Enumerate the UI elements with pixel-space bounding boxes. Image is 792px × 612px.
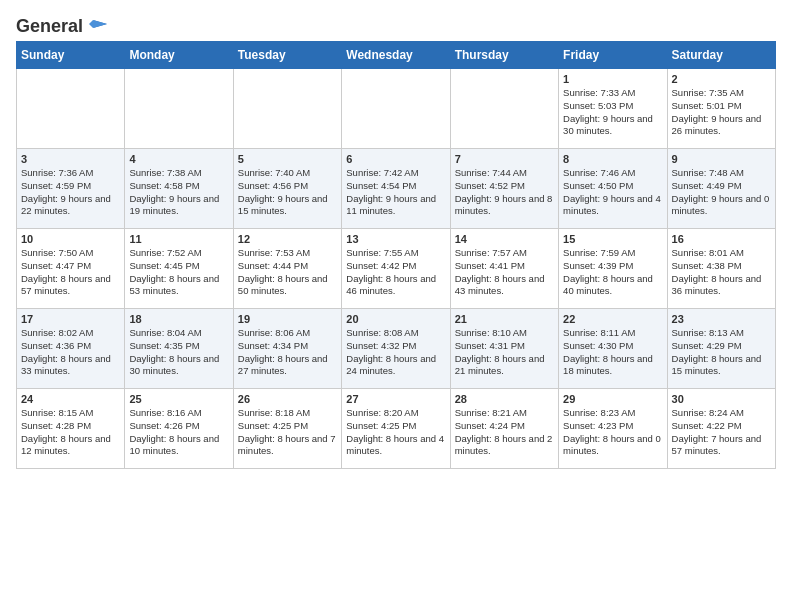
calendar-cell: 12Sunrise: 7:53 AM Sunset: 4:44 PM Dayli… xyxy=(233,229,341,309)
calendar-cell: 19Sunrise: 8:06 AM Sunset: 4:34 PM Dayli… xyxy=(233,309,341,389)
calendar-cell: 23Sunrise: 8:13 AM Sunset: 4:29 PM Dayli… xyxy=(667,309,775,389)
day-number: 27 xyxy=(346,393,445,405)
day-info: Sunrise: 7:40 AM Sunset: 4:56 PM Dayligh… xyxy=(238,167,337,218)
day-number: 28 xyxy=(455,393,554,405)
page-header: General xyxy=(16,16,776,33)
day-info: Sunrise: 8:04 AM Sunset: 4:35 PM Dayligh… xyxy=(129,327,228,378)
calendar-cell: 4Sunrise: 7:38 AM Sunset: 4:58 PM Daylig… xyxy=(125,149,233,229)
day-number: 22 xyxy=(563,313,662,325)
day-info: Sunrise: 8:11 AM Sunset: 4:30 PM Dayligh… xyxy=(563,327,662,378)
calendar-header-tuesday: Tuesday xyxy=(233,42,341,69)
day-number: 6 xyxy=(346,153,445,165)
calendar-cell: 1Sunrise: 7:33 AM Sunset: 5:03 PM Daylig… xyxy=(559,69,667,149)
calendar-week-row: 1Sunrise: 7:33 AM Sunset: 5:03 PM Daylig… xyxy=(17,69,776,149)
calendar-cell: 30Sunrise: 8:24 AM Sunset: 4:22 PM Dayli… xyxy=(667,389,775,469)
day-info: Sunrise: 8:13 AM Sunset: 4:29 PM Dayligh… xyxy=(672,327,771,378)
day-info: Sunrise: 7:57 AM Sunset: 4:41 PM Dayligh… xyxy=(455,247,554,298)
day-number: 26 xyxy=(238,393,337,405)
calendar-header-monday: Monday xyxy=(125,42,233,69)
day-info: Sunrise: 7:35 AM Sunset: 5:01 PM Dayligh… xyxy=(672,87,771,138)
calendar-header-saturday: Saturday xyxy=(667,42,775,69)
day-number: 1 xyxy=(563,73,662,85)
calendar-cell: 24Sunrise: 8:15 AM Sunset: 4:28 PM Dayli… xyxy=(17,389,125,469)
calendar-cell: 2Sunrise: 7:35 AM Sunset: 5:01 PM Daylig… xyxy=(667,69,775,149)
day-number: 21 xyxy=(455,313,554,325)
day-number: 20 xyxy=(346,313,445,325)
calendar-header-friday: Friday xyxy=(559,42,667,69)
calendar-cell: 13Sunrise: 7:55 AM Sunset: 4:42 PM Dayli… xyxy=(342,229,450,309)
day-number: 4 xyxy=(129,153,228,165)
calendar-cell: 16Sunrise: 8:01 AM Sunset: 4:38 PM Dayli… xyxy=(667,229,775,309)
day-info: Sunrise: 8:20 AM Sunset: 4:25 PM Dayligh… xyxy=(346,407,445,458)
logo-bird-icon xyxy=(85,18,107,36)
day-info: Sunrise: 8:01 AM Sunset: 4:38 PM Dayligh… xyxy=(672,247,771,298)
calendar-cell: 3Sunrise: 7:36 AM Sunset: 4:59 PM Daylig… xyxy=(17,149,125,229)
day-info: Sunrise: 8:06 AM Sunset: 4:34 PM Dayligh… xyxy=(238,327,337,378)
calendar-week-row: 24Sunrise: 8:15 AM Sunset: 4:28 PM Dayli… xyxy=(17,389,776,469)
calendar-week-row: 10Sunrise: 7:50 AM Sunset: 4:47 PM Dayli… xyxy=(17,229,776,309)
calendar-cell: 6Sunrise: 7:42 AM Sunset: 4:54 PM Daylig… xyxy=(342,149,450,229)
calendar-cell xyxy=(342,69,450,149)
day-number: 10 xyxy=(21,233,120,245)
calendar-cell: 10Sunrise: 7:50 AM Sunset: 4:47 PM Dayli… xyxy=(17,229,125,309)
day-info: Sunrise: 7:48 AM Sunset: 4:49 PM Dayligh… xyxy=(672,167,771,218)
calendar-cell xyxy=(450,69,558,149)
day-number: 8 xyxy=(563,153,662,165)
calendar-cell: 8Sunrise: 7:46 AM Sunset: 4:50 PM Daylig… xyxy=(559,149,667,229)
day-info: Sunrise: 8:18 AM Sunset: 4:25 PM Dayligh… xyxy=(238,407,337,458)
day-info: Sunrise: 7:44 AM Sunset: 4:52 PM Dayligh… xyxy=(455,167,554,218)
calendar-cell: 14Sunrise: 7:57 AM Sunset: 4:41 PM Dayli… xyxy=(450,229,558,309)
calendar-week-row: 3Sunrise: 7:36 AM Sunset: 4:59 PM Daylig… xyxy=(17,149,776,229)
day-info: Sunrise: 7:36 AM Sunset: 4:59 PM Dayligh… xyxy=(21,167,120,218)
day-info: Sunrise: 7:55 AM Sunset: 4:42 PM Dayligh… xyxy=(346,247,445,298)
calendar-cell: 9Sunrise: 7:48 AM Sunset: 4:49 PM Daylig… xyxy=(667,149,775,229)
day-number: 15 xyxy=(563,233,662,245)
calendar-cell: 11Sunrise: 7:52 AM Sunset: 4:45 PM Dayli… xyxy=(125,229,233,309)
day-number: 9 xyxy=(672,153,771,165)
day-number: 7 xyxy=(455,153,554,165)
day-info: Sunrise: 7:38 AM Sunset: 4:58 PM Dayligh… xyxy=(129,167,228,218)
day-number: 3 xyxy=(21,153,120,165)
calendar-cell: 21Sunrise: 8:10 AM Sunset: 4:31 PM Dayli… xyxy=(450,309,558,389)
calendar-cell: 5Sunrise: 7:40 AM Sunset: 4:56 PM Daylig… xyxy=(233,149,341,229)
calendar-header-thursday: Thursday xyxy=(450,42,558,69)
day-number: 16 xyxy=(672,233,771,245)
calendar-cell xyxy=(233,69,341,149)
day-info: Sunrise: 8:16 AM Sunset: 4:26 PM Dayligh… xyxy=(129,407,228,458)
day-info: Sunrise: 8:08 AM Sunset: 4:32 PM Dayligh… xyxy=(346,327,445,378)
calendar-cell: 7Sunrise: 7:44 AM Sunset: 4:52 PM Daylig… xyxy=(450,149,558,229)
day-info: Sunrise: 7:59 AM Sunset: 4:39 PM Dayligh… xyxy=(563,247,662,298)
day-number: 30 xyxy=(672,393,771,405)
svg-marker-1 xyxy=(89,20,107,28)
day-info: Sunrise: 8:23 AM Sunset: 4:23 PM Dayligh… xyxy=(563,407,662,458)
calendar-cell: 27Sunrise: 8:20 AM Sunset: 4:25 PM Dayli… xyxy=(342,389,450,469)
day-number: 14 xyxy=(455,233,554,245)
calendar-cell xyxy=(17,69,125,149)
calendar-cell: 25Sunrise: 8:16 AM Sunset: 4:26 PM Dayli… xyxy=(125,389,233,469)
calendar-header-wednesday: Wednesday xyxy=(342,42,450,69)
day-number: 17 xyxy=(21,313,120,325)
day-info: Sunrise: 7:46 AM Sunset: 4:50 PM Dayligh… xyxy=(563,167,662,218)
day-number: 18 xyxy=(129,313,228,325)
day-number: 23 xyxy=(672,313,771,325)
logo-general: General xyxy=(16,16,83,37)
day-number: 19 xyxy=(238,313,337,325)
day-info: Sunrise: 7:52 AM Sunset: 4:45 PM Dayligh… xyxy=(129,247,228,298)
calendar-header-sunday: Sunday xyxy=(17,42,125,69)
day-number: 24 xyxy=(21,393,120,405)
day-number: 13 xyxy=(346,233,445,245)
day-info: Sunrise: 8:02 AM Sunset: 4:36 PM Dayligh… xyxy=(21,327,120,378)
day-info: Sunrise: 8:10 AM Sunset: 4:31 PM Dayligh… xyxy=(455,327,554,378)
calendar-cell: 17Sunrise: 8:02 AM Sunset: 4:36 PM Dayli… xyxy=(17,309,125,389)
logo: General xyxy=(16,16,107,33)
calendar-cell: 20Sunrise: 8:08 AM Sunset: 4:32 PM Dayli… xyxy=(342,309,450,389)
calendar-week-row: 17Sunrise: 8:02 AM Sunset: 4:36 PM Dayli… xyxy=(17,309,776,389)
calendar-cell: 26Sunrise: 8:18 AM Sunset: 4:25 PM Dayli… xyxy=(233,389,341,469)
calendar-cell: 28Sunrise: 8:21 AM Sunset: 4:24 PM Dayli… xyxy=(450,389,558,469)
day-number: 5 xyxy=(238,153,337,165)
calendar-cell xyxy=(125,69,233,149)
day-info: Sunrise: 7:42 AM Sunset: 4:54 PM Dayligh… xyxy=(346,167,445,218)
calendar-table: SundayMondayTuesdayWednesdayThursdayFrid… xyxy=(16,41,776,469)
day-info: Sunrise: 7:33 AM Sunset: 5:03 PM Dayligh… xyxy=(563,87,662,138)
day-info: Sunrise: 7:53 AM Sunset: 4:44 PM Dayligh… xyxy=(238,247,337,298)
